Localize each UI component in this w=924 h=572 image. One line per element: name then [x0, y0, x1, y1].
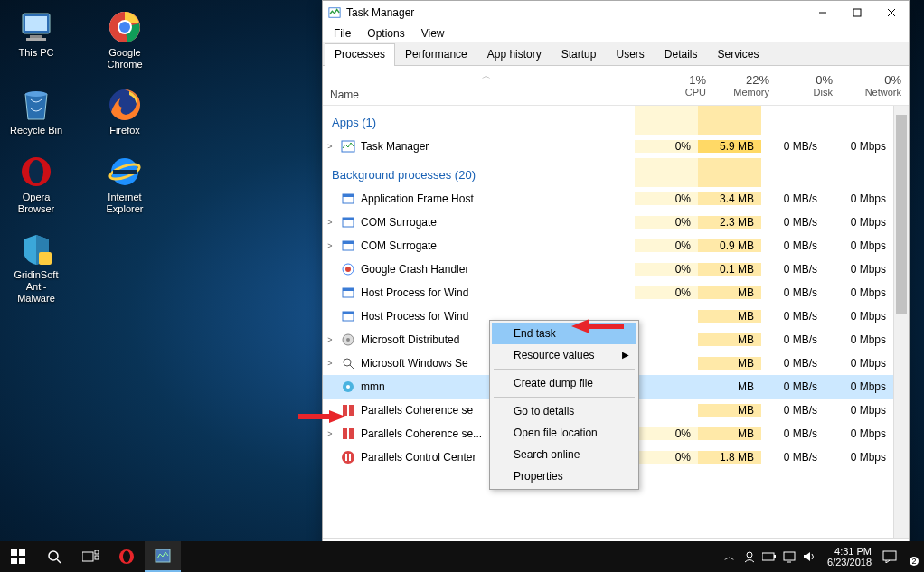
context-properties[interactable]: Properties: [492, 465, 636, 487]
scrollbar[interactable]: [893, 106, 909, 538]
menu-options[interactable]: Options: [360, 26, 411, 41]
expand-toggle[interactable]: >: [323, 142, 337, 151]
titlebar[interactable]: Task Manager: [323, 1, 909, 24]
tab-processes[interactable]: Processes: [325, 43, 395, 66]
show-desktop-button[interactable]: [919, 541, 924, 572]
context-search-online[interactable]: Search online: [492, 444, 636, 465]
cell-memory: MB: [698, 404, 761, 417]
tray-volume-icon[interactable]: [802, 549, 816, 564]
menu-file[interactable]: File: [326, 26, 358, 41]
tab-users[interactable]: Users: [606, 43, 654, 66]
tray-battery-icon[interactable]: [762, 549, 777, 564]
process-icon: [341, 450, 355, 464]
maximize-button[interactable]: [840, 1, 874, 24]
close-button[interactable]: [874, 1, 909, 24]
expand-toggle[interactable]: >: [323, 241, 337, 250]
minimize-button[interactable]: [806, 1, 840, 24]
svg-point-7: [119, 22, 130, 33]
desktop-icon-recycle-bin-icon[interactable]: Recycle Bin: [7, 87, 65, 136]
cell-disk: 0 MB/s: [761, 427, 825, 440]
cell-network: 0 Mbps: [825, 216, 893, 229]
process-row[interactable]: >Task Manager0%5.9 MB0 MB/s0 Mbps: [323, 135, 893, 158]
process-row[interactable]: Host Process for Wind0%MB0 MB/s0 Mbps: [323, 281, 893, 305]
cell-cpu: 0%: [635, 286, 698, 299]
process-icon: [341, 380, 355, 394]
svg-marker-49: [298, 410, 345, 423]
desktop-icon-label: GridinSoft Anti-Malware: [7, 269, 65, 305]
svg-line-55: [57, 559, 61, 563]
process-name: Host Process for Wind: [361, 286, 635, 299]
scrollbar-thumb[interactable]: [896, 115, 907, 314]
firefox-icon: [107, 87, 143, 123]
context-create-dump-file[interactable]: Create dump file: [492, 372, 636, 394]
menu-view[interactable]: View: [414, 26, 452, 41]
column-name[interactable]: ︿ Name: [323, 66, 650, 105]
tray-network-icon[interactable]: [782, 549, 797, 564]
section-header: Apps (1): [323, 106, 635, 135]
process-icon: [341, 192, 355, 206]
taskbar-clock[interactable]: 4:31 PM 6/23/2018: [822, 546, 877, 567]
task-view-icon: [82, 550, 99, 563]
tab-startup[interactable]: Startup: [552, 43, 607, 66]
svg-rect-3: [26, 38, 46, 41]
cell-memory: 2.3 MB: [698, 216, 761, 229]
process-icon: [341, 286, 355, 300]
desktop-icon-firefox-icon[interactable]: Firefox: [96, 87, 154, 136]
tab-performance[interactable]: Performance: [395, 43, 477, 66]
cell-cpu: 0%: [635, 216, 698, 229]
desktop-icon-label: Opera Browser: [7, 192, 65, 215]
svg-rect-15: [39, 252, 52, 265]
expand-toggle[interactable]: >: [323, 335, 337, 344]
desktop-icon-opera-icon[interactable]: Opera Browser: [7, 154, 65, 215]
svg-rect-56: [82, 552, 93, 561]
column-disk[interactable]: 0%Disk: [777, 66, 840, 105]
column-network[interactable]: 0%Network: [840, 66, 909, 105]
expand-toggle[interactable]: >: [323, 218, 337, 227]
expand-toggle[interactable]: >: [323, 429, 337, 438]
cell-memory: MB: [698, 333, 761, 346]
tray-people-icon[interactable]: [742, 549, 757, 564]
svg-marker-67: [804, 552, 810, 561]
process-row[interactable]: Google Crash Handler0%0.1 MB0 MB/s0 Mbps: [323, 258, 893, 281]
notification-badge[interactable]: 2: [902, 549, 917, 564]
task-view-button[interactable]: [72, 541, 108, 572]
windows-logo-icon: [11, 549, 25, 564]
cell-memory: MB: [698, 310, 761, 323]
tab-app-history[interactable]: App history: [477, 43, 552, 66]
process-row[interactable]: >COM Surrogate0%2.3 MB0 MB/s0 Mbps: [323, 211, 893, 234]
taskbar-opera[interactable]: [108, 541, 145, 572]
column-cpu[interactable]: 1%CPU: [650, 66, 713, 105]
start-button[interactable]: [0, 541, 36, 572]
tab-services[interactable]: Services: [708, 43, 769, 66]
gridinsoft-icon: [18, 231, 54, 267]
action-center-icon[interactable]: [882, 549, 897, 564]
desktop-icon-label: Google Chrome: [96, 47, 154, 70]
desktop-icon-label: Recycle Bin: [10, 125, 62, 136]
desktop-icon-this-pc-icon[interactable]: This PC: [7, 9, 65, 70]
process-icon: [341, 215, 355, 230]
process-icon: [341, 356, 355, 370]
context-resource-values[interactable]: Resource values▶: [492, 344, 636, 366]
desktop-icon-gridinsoft-icon[interactable]: GridinSoft Anti-Malware: [7, 231, 65, 305]
process-row[interactable]: Application Frame Host0%3.4 MB0 MB/s0 Mb…: [323, 187, 893, 211]
taskbar-taskmgr[interactable]: [145, 541, 181, 572]
expand-toggle[interactable]: >: [323, 359, 337, 368]
cell-disk: 0 MB/s: [761, 404, 825, 417]
tab-details[interactable]: Details: [655, 43, 708, 66]
svg-rect-50: [11, 549, 17, 556]
cell-network: 0 Mbps: [825, 310, 893, 323]
opera-icon: [18, 154, 54, 190]
desktop-icon-ie-icon[interactable]: Internet Explorer: [96, 154, 154, 215]
annotation-arrow-endtask: [571, 316, 626, 343]
tray-chevron-up-icon[interactable]: ︿: [722, 549, 737, 564]
context-open-file-location[interactable]: Open file location: [492, 422, 636, 444]
cell-cpu: 0%: [635, 140, 698, 153]
svg-rect-51: [19, 549, 25, 556]
search-button[interactable]: [36, 541, 72, 572]
desktop-icon-chrome-icon[interactable]: Google Chrome: [96, 9, 154, 70]
column-memory[interactable]: 22%Memory: [713, 66, 777, 105]
process-row[interactable]: >COM Surrogate0%0.9 MB0 MB/s0 Mbps: [323, 234, 893, 258]
cell-network: 0 Mbps: [825, 404, 893, 417]
context-go-to-details[interactable]: Go to details: [492, 400, 636, 422]
cell-memory: 1.8 MB: [698, 451, 761, 464]
